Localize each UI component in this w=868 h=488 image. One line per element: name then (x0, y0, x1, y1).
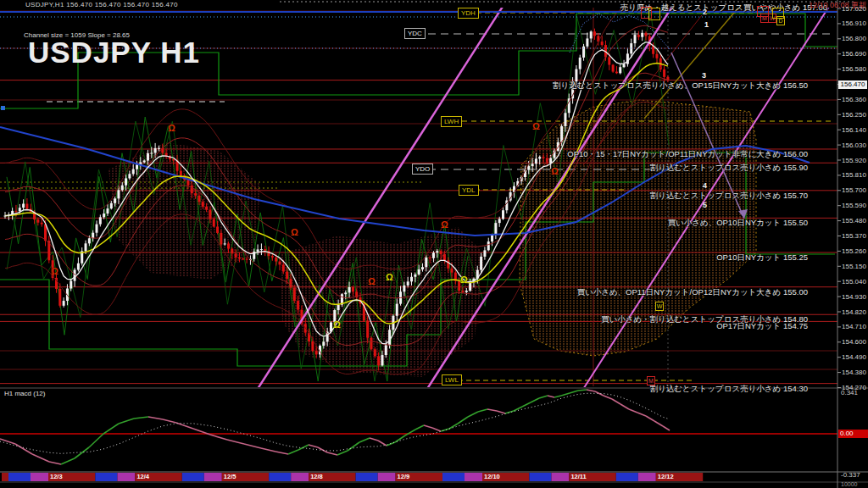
price-axis-label: 156.580 (842, 65, 866, 73)
date-label: 12/4 (136, 473, 149, 481)
pattern-letter-marker: W (655, 302, 664, 311)
price-axis-label: 155.260 (842, 247, 866, 255)
price-axis-label: 157.020 (842, 5, 866, 13)
level-annotation: 買い小さめ、OP10日NYカット 155.50 (667, 219, 808, 226)
level-annotation: 買い小さめ、OP11日NYカット/OP12日NYカット大きめ 155.00 (576, 288, 808, 296)
level-annotation: 割り込むとストップロス売り小さめ、OP15日NYカット大きめ 156.50 (553, 81, 808, 89)
price-axis-label: 155.480 (842, 217, 866, 225)
sequence-number-marker: 2 (703, 8, 707, 16)
price-axis-label: 155.920 (842, 157, 866, 164)
price-axis-label: 154.490 (842, 353, 866, 361)
price-axis-label: 156.250 (842, 111, 866, 119)
omega-marker: Ω (51, 267, 58, 275)
sequence-number-marker: 4 (703, 181, 707, 190)
price-axis-label: 155.370 (842, 232, 866, 240)
omega-marker: Ω (291, 228, 298, 236)
price-axis-label: 154.600 (842, 338, 866, 346)
line-tag-ydl[interactable]: YDL (459, 185, 479, 196)
level-annotation: OP10日NYカット 155.25 (716, 253, 808, 261)
omega-marker: Ω (168, 124, 175, 132)
chart-canvas[interactable] (0, 0, 868, 488)
volume-scale-label: 10000 (841, 481, 857, 487)
date-label: 12/12 (658, 473, 674, 481)
line-tag-ydh[interactable]: YDH (458, 8, 479, 19)
level-annotation: 割り込むとストップロス売り小さめ 155.70 (650, 191, 808, 199)
omega-marker: Ω (333, 320, 341, 329)
macd-min-label: -0.337 (841, 471, 860, 479)
level-annotation: OP17日NYカット 154.75 (716, 322, 808, 330)
price-axis-label: 155.150 (842, 263, 866, 270)
sequence-number-marker: 3 (702, 71, 706, 80)
sequence-number-marker: 5 (703, 201, 707, 209)
date-label: 12/8 (310, 473, 323, 481)
omega-marker: Ω (460, 275, 468, 284)
sequence-number-marker: 1 (704, 20, 709, 29)
price-axis-label: 156.910 (842, 19, 866, 27)
macd-pane-label: H1 macd (12) (4, 390, 45, 397)
price-axis-label: 155.040 (842, 278, 866, 286)
pattern-letter-marker: M (647, 376, 655, 385)
price-axis-label: 156.140 (842, 126, 866, 134)
line-tag-lwh[interactable]: LWH (441, 116, 462, 127)
price-axis-label: 155.810 (842, 171, 866, 179)
pattern-box (772, 8, 784, 19)
price-axis-label: 156.690 (842, 50, 866, 58)
date-label: 12/3 (50, 473, 63, 481)
current-price-tag: 156.470 (838, 80, 867, 89)
pattern-box (757, 6, 769, 17)
trading-platform-window: USDJPY,H1 156.470 156.470 156.470 156.47… (0, 0, 868, 488)
price-axis-label: 156.030 (842, 141, 866, 149)
date-label: 12/10 (484, 473, 500, 481)
line-tag-lwl[interactable]: LWL (442, 374, 462, 385)
pattern-box (648, 8, 660, 20)
omega-marker: Ω (441, 220, 448, 229)
price-axis-label: 156.360 (842, 96, 866, 103)
date-label: 12/9 (398, 473, 410, 481)
line-tag-ydo[interactable]: YDO (412, 164, 433, 175)
price-axis-label: 154.380 (842, 369, 866, 376)
omega-marker: Ω (386, 273, 393, 281)
watermark-title: USDJPY H1 (28, 36, 200, 69)
omega-marker: Ω (368, 277, 376, 286)
line-tag-ydc[interactable]: YDC (404, 28, 426, 39)
price-axis-label: 155.700 (842, 186, 866, 194)
level-annotation: OP10・15・17日NYカット/OP11日NYカット非常に大きめ 156.00 (567, 150, 808, 158)
symbol-ohlc-readout: USDJPY,H1 156.470 156.470 156.470 156.47… (25, 1, 178, 8)
date-label: 12/5 (224, 473, 236, 481)
price-axis-label: 154.820 (842, 308, 866, 316)
macd-zero-tag: 0.00 (838, 430, 868, 438)
level-annotation: 割り込むとストップロス売り小さめ 154.30 (650, 385, 808, 392)
date-label: 12/11 (570, 473, 586, 481)
price-axis-label: 154.930 (842, 293, 866, 301)
price-axis-label: 155.590 (842, 202, 866, 209)
omega-marker: Ω (551, 167, 559, 175)
level-annotation: 割り込むとストップロス売り小さめ 155.90 (650, 164, 808, 171)
macd-max-label: 0.341 (841, 389, 858, 396)
price-axis-label: 154.710 (842, 323, 866, 330)
omega-marker: Ω (532, 122, 540, 130)
price-axis-label: 156.800 (842, 35, 866, 42)
